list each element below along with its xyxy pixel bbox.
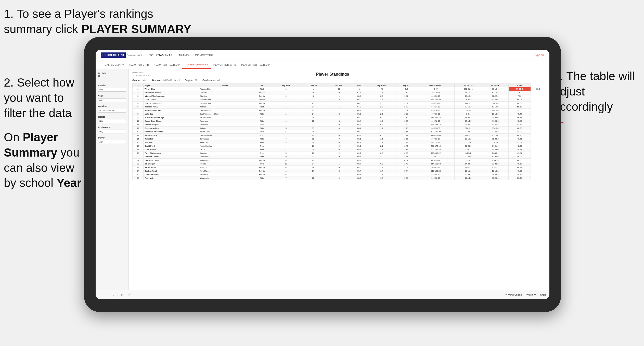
- annotation4-bold2: Year: [57, 176, 81, 189]
- table-row[interactable]: 12Brendan ValdesAuburnFifth537068.4-1.11…: [133, 127, 546, 130]
- toolbar-share[interactable]: Share: [540, 294, 546, 296]
- sidebar-year-label: Year: [98, 95, 126, 97]
- toolbar-forward[interactable]: →: [105, 293, 109, 297]
- sidebar-region-section: Region N/A: [98, 116, 126, 123]
- tablet-screen: SCOREBOARD Powered by clipp'd TOURNAMENT…: [96, 50, 549, 299]
- filter-region: Region: All: [185, 79, 198, 81]
- table-row[interactable]: 11Gordon SargentVanderbiltThird421068.7-…: [133, 123, 546, 127]
- table-row[interactable]: 15Jake HallTennesseeFifth718068.5-1.51.6…: [133, 137, 546, 141]
- filter-region-label: Region:: [185, 79, 194, 81]
- logo-sub: Powered by clipp'd: [127, 54, 142, 56]
- nav-teams[interactable]: TEAMS: [178, 53, 189, 57]
- table-row[interactable]: 4Luke ClatonFlorida StateSecond127268.2-…: [133, 98, 546, 102]
- table-row[interactable]: 22Ian GilliganFloridaThird1024168.7-0.91…: [133, 162, 546, 166]
- table-row[interactable]: 24Bastien AmatNew MexicoFourth127269.4-1…: [133, 169, 546, 173]
- sidebar-region-select[interactable]: N/A: [98, 119, 126, 123]
- toolbar-watch[interactable]: Watch ▼: [526, 294, 536, 296]
- table-row[interactable]: 7Nicholas GabrieleNorth FloridaFourth127…: [133, 109, 546, 112]
- col-overall[interactable]: Overall Record: [417, 84, 455, 87]
- toolbar-clock[interactable]: 🕐: [127, 293, 132, 297]
- sidebar-conference-section: Conference (All): [98, 126, 126, 133]
- sidebar-no-rds-label: No Rds.: [98, 72, 126, 75]
- bottom-toolbar: ← → ↻ 📋 🕐 👁 View: Original Watch ▼ Share: [96, 290, 549, 299]
- nav-right: Sign out: [535, 54, 544, 57]
- filter-conference-label: Conference:: [202, 79, 216, 81]
- col-reg-rank[interactable]: Reg Rank: [273, 84, 299, 87]
- slider-track: [98, 76, 126, 76]
- annotation4-prefix: On: [4, 131, 23, 144]
- sub-nav-team-h2h-grid[interactable]: TEAM H2H GRID: [126, 61, 151, 69]
- table-row[interactable]: 3Michael ThorbjornsenStanfordFourth28168…: [133, 94, 546, 98]
- col-player[interactable]: Player: [144, 84, 199, 87]
- nav-tournaments[interactable]: TOURNAMENTS: [149, 53, 172, 57]
- col-no-rds[interactable]: No. Rds.: [327, 84, 351, 87]
- sub-nav-player-h2h-heatmap[interactable]: PLAYER H2H HEATMAP: [239, 61, 272, 69]
- table-row[interactable]: 23Jack LundinMissouriFourth1124068.6-2.3…: [133, 166, 546, 169]
- table-row[interactable]: 1Wenyi DingArizona StateFirst1115167.1-3…: [133, 87, 546, 91]
- sidebar-no-rds: No Rds. 0: [98, 72, 126, 81]
- filter-conference-value: All: [217, 79, 220, 81]
- col-yr[interactable]: Yr: [251, 84, 273, 87]
- sign-out-link[interactable]: Sign out: [535, 54, 544, 57]
- toolbar-reload[interactable]: ↻: [111, 293, 115, 297]
- sub-nav: TEAM SUMMARY TEAM H2H GRID TEAM H2H HEAT…: [96, 61, 549, 69]
- table-title: Player Standings: [150, 72, 515, 77]
- filter-division: Division: NCAA Division I: [152, 79, 180, 81]
- toolbar-copy[interactable]: 📋: [120, 293, 125, 297]
- table-row[interactable]: 10Jacob Skov OlesenArkansasFifth125368.4…: [133, 119, 546, 123]
- nav-bar: SCOREBOARD Powered by clipp'd TOURNAMENT…: [96, 50, 549, 61]
- toolbar-back[interactable]: ←: [99, 293, 103, 297]
- col-adj[interactable]: Adj. to Par: [367, 84, 395, 87]
- col-conf-rank[interactable]: Conf Rank: [299, 84, 327, 87]
- table-row[interactable]: 14Maxwell FordNorth CarolinaThird722069.…: [133, 134, 546, 137]
- sidebar-division-select[interactable]: NCAA Division I: [98, 109, 126, 113]
- sidebar-gender-select[interactable]: Men: [98, 88, 126, 92]
- table-row[interactable]: 18Luke PowellUCLAFirst424069.1-1.81.1350…: [133, 148, 546, 151]
- toolbar-view: 👁 View: Original: [505, 294, 522, 296]
- filter-gender-value: Men: [143, 79, 147, 81]
- table-row[interactable]: 2Michael Le SassoOle MissSecond118067.1-…: [133, 91, 546, 94]
- slider-value: 0: [98, 78, 126, 81]
- view-label[interactable]: View: Original: [508, 294, 522, 296]
- share-label[interactable]: Share: [540, 294, 546, 296]
- toolbar-sep1: [118, 293, 118, 297]
- filter-conference: Conference: All: [202, 79, 220, 81]
- sidebar-player-section: Player (All): [98, 136, 126, 144]
- sidebar-conference-label: Conference: [98, 126, 126, 129]
- table-row[interactable]: 17David FordNorth CarolinaThird421069.0-…: [133, 144, 546, 148]
- watch-label[interactable]: Watch: [526, 294, 533, 296]
- table-row[interactable]: 16Alex GoffKentuckyFifth819068.3-1.71.92…: [133, 141, 546, 144]
- col-vs-top50[interactable]: Vs Top 50: [482, 84, 509, 87]
- sub-nav-team-h2h-heatmap[interactable]: TEAM H2H HEATMAP: [151, 61, 182, 69]
- col-school[interactable]: School: [199, 84, 251, 87]
- table-row[interactable]: 13Phachara KhonchanTexas A&MThird630169.…: [133, 130, 546, 134]
- annotation-1: 1. To see a Player's rankings summary cl…: [4, 6, 203, 37]
- col-vs-top25[interactable]: Vs Top 25: [455, 84, 482, 87]
- table-row[interactable]: 6Jackson KoivuAuburnFirst127167.3-2.02.7…: [133, 105, 546, 109]
- table-row[interactable]: 20Matthew RiedelVanderbiltFifth923069.6-…: [133, 155, 546, 159]
- nav-committee[interactable]: COMMITTEE: [195, 53, 213, 57]
- table-row[interactable]: 9Preston SummerhaysArizona StateThird324…: [133, 116, 546, 119]
- table-row[interactable]: 8Mats EgeEast Tennessee StateFifth124268…: [133, 112, 546, 116]
- col-avg-sg[interactable]: Avg SG: [395, 84, 417, 87]
- table-row[interactable]: 5Christo LamprechtGeorgia TechFourth2212…: [133, 102, 546, 105]
- annotation2-text: 2. Select how you want to filter the dat…: [4, 76, 74, 120]
- view-icon: 👁: [505, 294, 507, 296]
- sidebar-year-select[interactable]: (All): [98, 98, 126, 102]
- table-area: Update time: 27/03/2024 16:56:26 Player …: [129, 69, 549, 299]
- slider-thumb[interactable]: [98, 75, 100, 77]
- col-points[interactable]: Points: [508, 84, 531, 87]
- table-row[interactable]: 19Tiger ChristensenArizonaThird523269.2-…: [133, 151, 546, 155]
- sub-nav-team-summary[interactable]: TEAM SUMMARY: [101, 61, 126, 69]
- sidebar-region-label: Region: [98, 116, 126, 118]
- table-row[interactable]: 26Petr HrubyWashingtonFifth725068.6-1.81…: [133, 176, 546, 180]
- table-row[interactable]: 21Tashkeen SongWashingtonFourth423169.1-…: [133, 159, 546, 162]
- col-wins[interactable]: Wins: [351, 84, 367, 87]
- sidebar-player-select[interactable]: (All): [98, 140, 126, 144]
- sub-nav-player-summary[interactable]: PLAYER SUMMARY: [182, 61, 211, 69]
- sidebar-conference-select[interactable]: (All): [98, 130, 126, 133]
- table-row[interactable]: 25Cole SherwoodVanderbiltFourth1223169.3…: [133, 173, 546, 176]
- sub-nav-player-h2h-grid[interactable]: PLAYER H2H GRID: [211, 61, 239, 69]
- sidebar-year-section: Year (All): [98, 95, 126, 102]
- annotation-2: 2. Select how you want to filter the dat…: [4, 75, 85, 121]
